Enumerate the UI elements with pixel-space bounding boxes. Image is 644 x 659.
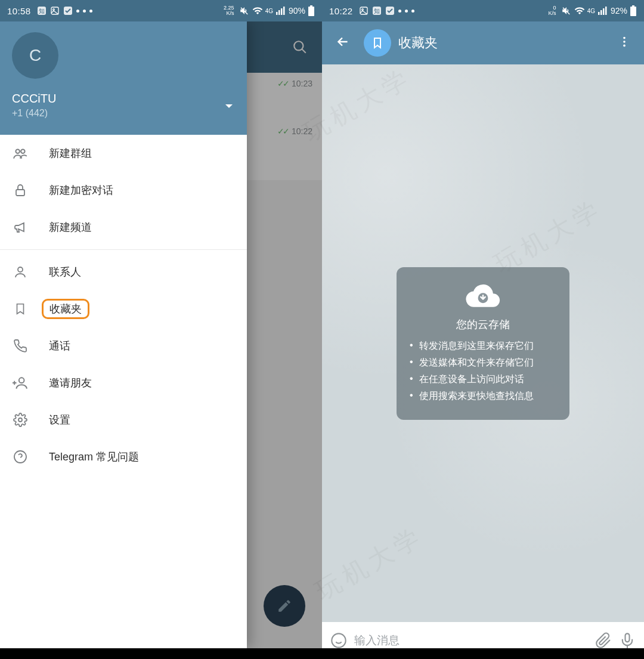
svg-point-31	[623, 41, 626, 43]
divider	[0, 249, 247, 250]
status-left-icons: 知	[359, 6, 414, 16]
svg-rect-7	[281, 8, 283, 15]
lock-icon	[12, 183, 29, 197]
navigation-drawer: C CCCiTU +1 (442) 新建群组 新建加密对话 新建频道	[0, 21, 247, 648]
svg-rect-10	[308, 7, 314, 16]
battery-icon	[630, 5, 637, 16]
message-input[interactable]: 输入消息	[354, 633, 588, 648]
svg-rect-14	[16, 190, 24, 196]
status-time: 10:58	[7, 6, 31, 16]
menu-label: 新建频道	[49, 220, 92, 234]
avatar: C	[12, 32, 58, 79]
chevron-down-icon[interactable]	[224, 101, 234, 113]
attach-icon[interactable]	[595, 632, 612, 649]
svg-point-16	[19, 378, 24, 383]
system-navbar	[0, 648, 322, 659]
signal-icon	[597, 6, 607, 16]
menu-label: 新建加密对话	[49, 183, 113, 197]
card-title: 您的云存储	[410, 317, 556, 332]
svg-point-34	[332, 633, 345, 647]
signal-icon	[275, 6, 285, 16]
svg-point-12	[16, 150, 20, 154]
svg-point-13	[21, 150, 25, 154]
svg-rect-35	[626, 633, 630, 642]
svg-point-32	[623, 45, 626, 47]
svg-rect-27	[605, 7, 607, 15]
svg-rect-28	[632, 5, 634, 7]
card-bullet: 在任意设备上访问此对话	[410, 373, 556, 386]
menu-label: Telegram 常见问题	[49, 450, 139, 464]
app-header: 收藏夹	[322, 21, 644, 64]
svg-rect-29	[630, 7, 636, 16]
more-vertical-icon	[618, 35, 631, 48]
microphone-icon[interactable]	[619, 632, 636, 649]
status-bar: 10:58 知 2.25K/s 4G 90%	[0, 0, 322, 21]
menu-settings[interactable]: 设置	[0, 401, 247, 438]
svg-point-18	[14, 451, 26, 463]
menu-label-highlighted: 收藏夹	[42, 299, 89, 319]
drawer-phone: +1 (442)	[12, 108, 235, 119]
wifi-icon	[252, 5, 263, 16]
status-kbs: 2.25K/s	[224, 5, 234, 16]
menu-label: 设置	[49, 413, 70, 427]
menu-new-group[interactable]: 新建群组	[0, 135, 247, 172]
drawer-header[interactable]: C CCCiTU +1 (442)	[0, 21, 247, 135]
status-battery-text: 92%	[609, 6, 627, 16]
zhihu-icon: 知	[37, 6, 47, 16]
back-button[interactable]	[329, 28, 357, 58]
chat-background: 玩机大学 玩机大学 玩机大学 您的云存储 转发消息到这里来保存它们 发送媒体和文…	[322, 64, 644, 622]
watermark: 玩机大学	[309, 519, 429, 608]
zhihu-icon: 知	[372, 6, 382, 16]
bookmark-icon	[12, 302, 29, 316]
checkbox-icon	[385, 6, 395, 16]
menu-calls[interactable]: 通话	[0, 327, 247, 364]
more-button[interactable]	[612, 29, 637, 57]
drawer-menu: 新建群组 新建加密对话 新建频道 联系人 收藏夹 通话	[0, 135, 247, 648]
status-battery-text: 90%	[287, 6, 305, 16]
card-bullet: 转发消息到这里来保存它们	[410, 340, 556, 352]
group-icon	[12, 146, 29, 161]
menu-label: 联系人	[49, 265, 81, 279]
person-icon	[12, 265, 29, 279]
card-bullet: 发送媒体和文件来存储它们	[410, 357, 556, 369]
megaphone-icon	[12, 220, 29, 234]
help-icon	[12, 450, 29, 464]
card-bullet-list: 转发消息到这里来保存它们 发送媒体和文件来存储它们 在任意设备上访问此对话 使用…	[410, 340, 556, 403]
status-net: 4G	[265, 8, 273, 14]
menu-new-channel[interactable]: 新建频道	[0, 209, 247, 246]
svg-rect-25	[600, 10, 602, 15]
svg-text:知: 知	[39, 8, 45, 14]
menu-contacts[interactable]: 联系人	[0, 253, 247, 290]
add-person-icon	[12, 375, 29, 391]
svg-text:知: 知	[374, 8, 380, 14]
svg-point-15	[18, 267, 23, 272]
phone-right: 10:22 知 0K/s 4G 92% 收藏夹 玩机大学 玩	[322, 0, 644, 659]
menu-invite[interactable]: 邀请朋友	[0, 364, 247, 401]
battery-icon	[308, 5, 315, 16]
svg-rect-6	[278, 10, 280, 15]
emoji-icon[interactable]	[330, 632, 347, 649]
svg-point-17	[18, 418, 22, 422]
wifi-icon	[574, 5, 585, 16]
svg-rect-5	[276, 12, 278, 15]
status-net: 4G	[587, 8, 595, 14]
status-left-icons: 知	[37, 6, 92, 16]
svg-point-30	[623, 37, 626, 39]
saved-messages-avatar[interactable]	[364, 29, 391, 57]
menu-saved-messages[interactable]: 收藏夹	[0, 290, 247, 327]
svg-rect-8	[283, 7, 285, 15]
image-icon	[50, 6, 60, 16]
gear-icon	[12, 413, 29, 427]
header-title: 收藏夹	[398, 34, 438, 52]
mute-icon	[561, 5, 572, 16]
menu-new-secret-chat[interactable]: 新建加密对话	[0, 172, 247, 209]
drawer-username: CCCiTU	[12, 92, 235, 106]
menu-faq[interactable]: Telegram 常见问题	[0, 438, 247, 475]
status-time: 10:22	[329, 6, 353, 16]
status-bar: 10:22 知 0K/s 4G 92%	[322, 0, 644, 21]
svg-rect-26	[603, 8, 605, 15]
menu-label: 新建群组	[49, 146, 92, 160]
checkbox-icon	[63, 6, 73, 16]
svg-point-3	[52, 9, 54, 11]
arrow-left-icon	[335, 34, 351, 49]
